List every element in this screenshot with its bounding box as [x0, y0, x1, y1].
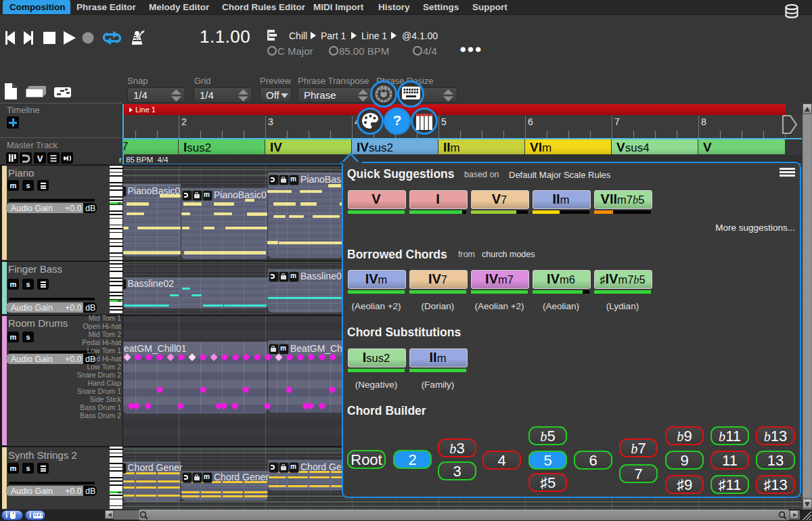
svg-text:V: V: [37, 154, 43, 164]
